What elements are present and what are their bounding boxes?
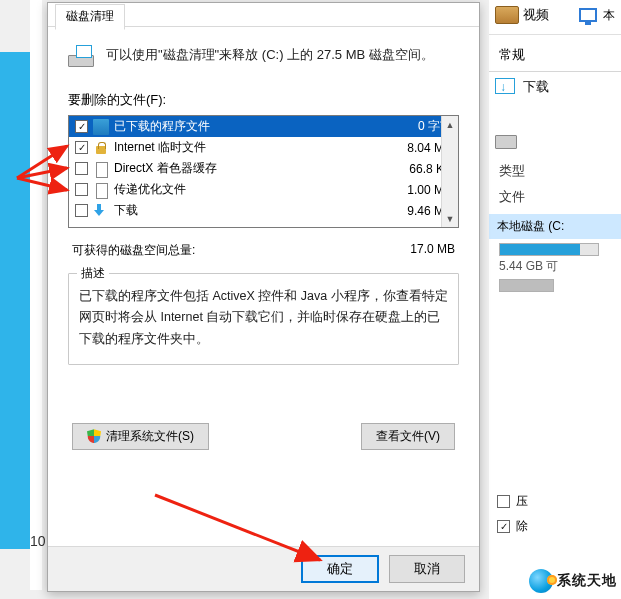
file-type-icon xyxy=(93,119,109,135)
globe-icon xyxy=(529,569,553,593)
watermark-text: 系统天地 xyxy=(557,572,617,590)
description-group: 描述 已下载的程序文件包括 ActiveX 控件和 Java 小程序，你查看特定… xyxy=(68,273,459,365)
disk-cleanup-dialog: 磁盘清理 可以使用"磁盘清理"来释放 (C:) 上的 27.5 MB 磁盘空间。… xyxy=(47,2,480,592)
chk-compress[interactable]: 压 xyxy=(489,489,621,514)
shield-icon xyxy=(87,429,101,443)
file-name: Internet 临时文件 xyxy=(114,139,407,156)
file-list-row[interactable]: 已下载的程序文件0 字节 xyxy=(69,116,458,137)
file-type-icon xyxy=(93,161,109,177)
file-name: DirectX 着色器缓存 xyxy=(114,160,409,177)
clean-system-files-label: 清理系统文件(S) xyxy=(106,428,194,445)
drive-free-text: 5.44 GB 可 xyxy=(489,258,621,275)
chk-compress-label: 压 xyxy=(516,493,528,510)
peek-tab-general[interactable]: 常规 xyxy=(489,39,621,72)
peek-downloads-label: 下载 xyxy=(523,78,549,96)
dialog-footer: 确定 取消 xyxy=(48,546,479,591)
ok-button[interactable]: 确定 xyxy=(301,555,379,583)
thispc-icon xyxy=(579,8,597,22)
file-type-icon xyxy=(93,182,109,198)
peek-video-item[interactable]: 视频 本 xyxy=(489,0,621,30)
file-name: 已下载的程序文件 xyxy=(114,118,418,135)
file-list-row[interactable]: DirectX 着色器缓存66.8 KB xyxy=(69,158,458,179)
file-name: 传递优化文件 xyxy=(114,181,407,198)
checkbox-icon[interactable] xyxy=(75,141,88,154)
drive-icon xyxy=(495,132,517,150)
checkbox-icon xyxy=(497,520,510,533)
peek-video-label: 视频 xyxy=(523,6,549,24)
total-space-value: 17.0 MB xyxy=(410,242,455,259)
description-legend: 描述 xyxy=(77,265,109,282)
file-list-row[interactable]: Internet 临时文件8.04 MB xyxy=(69,137,458,158)
drive-cleanup-icon xyxy=(68,45,96,69)
view-files-label: 查看文件(V) xyxy=(376,428,440,445)
checkbox-icon[interactable] xyxy=(75,120,88,133)
checkbox-icon[interactable] xyxy=(75,162,88,175)
watermark-logo: 系统天地 xyxy=(529,569,617,593)
file-type-icon xyxy=(93,203,109,219)
checkbox-icon[interactable] xyxy=(75,204,88,217)
scroll-up-icon[interactable]: ▲ xyxy=(442,116,458,133)
scrollbar[interactable]: ▲ ▼ xyxy=(441,116,458,227)
file-type-icon xyxy=(93,140,109,156)
files-to-delete-label: 要删除的文件(F): xyxy=(68,91,459,109)
video-icon xyxy=(495,6,517,24)
peek-downloads-item[interactable]: 下载 xyxy=(489,72,621,102)
view-files-button[interactable]: 查看文件(V) xyxy=(361,423,455,450)
tab-strip: 磁盘清理 xyxy=(48,3,479,27)
file-list-row[interactable]: 传递优化文件1.00 MB xyxy=(69,179,458,200)
tab-disk-cleanup[interactable]: 磁盘清理 xyxy=(55,4,125,30)
filesys-label: 文件 xyxy=(489,182,621,208)
total-space-label: 可获得的磁盘空间总量: xyxy=(72,242,195,259)
drive-gray-bar xyxy=(499,279,554,292)
description-text: 已下载的程序文件包括 ActiveX 控件和 Java 小程序，你查看特定网页时… xyxy=(79,286,448,350)
download-icon xyxy=(495,78,517,96)
file-list-row[interactable]: 下载9.46 MB xyxy=(69,200,458,221)
type-label: 类型 xyxy=(489,156,621,182)
checkbox-icon xyxy=(497,495,510,508)
file-name: 下载 xyxy=(114,202,407,219)
files-listbox[interactable]: 已下载的程序文件0 字节Internet 临时文件8.04 MBDirectX … xyxy=(68,115,459,228)
drive-label: 本地磁盘 (C: xyxy=(497,219,564,233)
explorer-peek: 视频 本 常规 下载 类型 文件 本地磁盘 (C: 5.44 GB 可 压 除 xyxy=(489,0,621,599)
drive-usage-bar xyxy=(499,243,599,256)
clean-system-files-button[interactable]: 清理系统文件(S) xyxy=(72,423,209,450)
thispc-hint: 本 xyxy=(603,7,615,24)
chk-index-label: 除 xyxy=(516,518,528,535)
chk-index[interactable]: 除 xyxy=(489,514,621,539)
cancel-button[interactable]: 取消 xyxy=(389,555,465,583)
scroll-down-icon[interactable]: ▼ xyxy=(442,210,458,227)
intro-text: 可以使用"磁盘清理"来释放 (C:) 上的 27.5 MB 磁盘空间。 xyxy=(106,45,459,66)
checkbox-icon[interactable] xyxy=(75,183,88,196)
drive-row[interactable]: 本地磁盘 (C: xyxy=(489,214,621,239)
bg-number: 10 xyxy=(30,533,46,549)
